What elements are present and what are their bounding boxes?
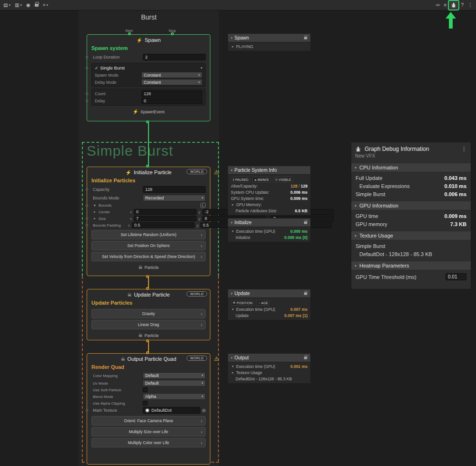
add-button[interactable]: + ▾ — [41, 1, 50, 10]
flow-port-output[interactable] — [146, 339, 149, 342]
delay-input[interactable] — [141, 98, 202, 104]
count-input[interactable] — [141, 90, 202, 97]
property-port[interactable] — [86, 224, 88, 227]
more-options-button[interactable]: ⋮ — [466, 1, 475, 10]
block-multiply-color-over-life[interactable]: Multiply Color over Life ‹ — [91, 438, 206, 447]
debug-mode-button[interactable] — [449, 1, 458, 10]
chevron-down-icon[interactable]: ▾ — [200, 66, 202, 70]
lock-icon[interactable] — [304, 292, 307, 295]
property-port[interactable] — [86, 56, 88, 59]
loop-duration-input[interactable] — [143, 54, 206, 60]
chevron-left-icon[interactable]: ‹ — [201, 322, 202, 327]
single-burst-block[interactable]: ✓ Single Burst ▾ Spawn Mode Constant ▾ D… — [91, 63, 206, 87]
flow-port-input[interactable] — [146, 287, 149, 290]
property-port[interactable] — [86, 218, 88, 220]
property-port[interactable] — [86, 204, 88, 207]
context-node-update[interactable]: ☠ Update Particle WORLD Update Particles… — [87, 289, 210, 340]
property-port[interactable] — [86, 409, 88, 412]
flow-port-output[interactable] — [146, 120, 149, 123]
foldout-open-icon[interactable]: ▾ — [355, 166, 357, 170]
chevron-left-icon[interactable]: ‹ — [201, 440, 202, 446]
foldout-open-icon[interactable]: ▾ — [231, 307, 235, 311]
color-mapping-dropdown[interactable]: Default ▾ — [143, 372, 206, 379]
spawn-panel-header[interactable]: ▾ Spawn — [228, 33, 311, 42]
delay-mode-dropdown[interactable]: Constant ▾ — [141, 79, 202, 85]
property-port[interactable] — [86, 99, 88, 102]
context-node-output[interactable]: ⚠ ☠ Output Particle Quad WORLD Render Qu… — [87, 353, 210, 465]
context-node-initialize[interactable]: ⚠ ⚡ Initialize Particle WORLD Initialize… — [87, 167, 210, 276]
foldout-open-icon[interactable]: ▾ — [231, 356, 233, 360]
block-set-lifetime-random[interactable]: Set Lifetime Random (Uniform) ‹ — [91, 230, 206, 239]
property-port[interactable] — [86, 67, 88, 69]
update-node-title[interactable]: ☠ Update Particle WORLD — [87, 289, 210, 300]
padding-x-input[interactable] — [132, 222, 195, 228]
size-x-input[interactable] — [134, 216, 197, 221]
foldout-open-icon[interactable]: ▾ — [231, 169, 233, 172]
foldout-open-icon[interactable]: ▾ — [231, 292, 233, 296]
context-node-spawn[interactable]: Start Stop ⚡ Spawn Spawn system Loop Dur… — [87, 34, 210, 121]
property-port[interactable] — [86, 92, 88, 95]
main-texture-field[interactable]: DefaultDot — [143, 407, 200, 414]
uv-mode-dropdown[interactable]: Default ▾ — [143, 380, 206, 387]
foldout-open-icon[interactable]: ▼ — [93, 204, 97, 207]
output-panel-header[interactable]: ▾ Output — [228, 353, 311, 362]
help-button[interactable]: ? — [459, 1, 466, 10]
foldout-closed-icon[interactable]: ▸ — [93, 217, 97, 220]
block-set-velocity[interactable]: Set Velocity from Direction & Speed (New… — [91, 252, 206, 261]
block-set-position-on-sphere[interactable]: Set Position On Sphere ‹ — [91, 241, 206, 250]
block-gravity[interactable]: Gravity ‹ — [91, 309, 206, 318]
code-view-button[interactable]: </> — [434, 1, 442, 10]
foldout-closed-icon[interactable]: ▸ — [231, 45, 235, 49]
flow-port-stop[interactable] — [171, 32, 174, 35]
property-port[interactable] — [86, 188, 88, 191]
flow-port-input[interactable] — [146, 351, 149, 354]
space-badge-world[interactable]: WORLD — [187, 356, 207, 361]
gpu-information-header[interactable]: ▾ GPU Information — [351, 201, 471, 210]
block-linear-drag[interactable]: Linear Drag ‹ — [91, 320, 206, 329]
space-badge-world[interactable]: WORLD — [187, 291, 207, 297]
heatmap-parameters-header[interactable]: ▾ Heatmap Parameters — [351, 261, 471, 270]
initialize-node-title[interactable]: ⚡ Initialize Particle WORLD — [87, 167, 210, 178]
use-soft-particle-checkbox[interactable] — [143, 387, 148, 392]
foldout-open-icon[interactable]: ▸ — [231, 371, 235, 375]
foldout-closed-icon[interactable]: ▸ — [93, 210, 97, 214]
kebab-menu-icon[interactable]: ⋮ — [461, 146, 467, 152]
capacity-input[interactable] — [143, 186, 206, 193]
center-x-input[interactable] — [134, 209, 197, 215]
chevron-left-icon[interactable]: ‹ — [201, 254, 202, 259]
lock-icon[interactable] — [304, 221, 307, 224]
use-alpha-clipping-checkbox[interactable] — [143, 401, 148, 406]
chevron-left-icon[interactable]: ‹ — [201, 311, 202, 317]
output-node-title[interactable]: ☠ Output Particle Quad WORLD — [87, 354, 210, 364]
flow-port-start[interactable] — [128, 32, 131, 35]
foldout-open-icon[interactable]: ▾ — [355, 234, 357, 238]
warning-icon[interactable]: ⚠ — [214, 356, 219, 362]
initialize-panel-header[interactable]: ▾ Initialize — [228, 218, 311, 227]
blend-mode-dropdown[interactable]: Alpha ▾ — [143, 393, 206, 400]
group-label-simple-burst[interactable]: Simple Burst — [87, 143, 173, 159]
space-local-icon[interactable]: L — [200, 203, 206, 208]
lock-icon[interactable] — [304, 37, 307, 39]
lock-toggle[interactable] — [33, 1, 40, 10]
foldout-open-icon[interactable]: ▾ — [355, 264, 357, 268]
chevron-left-icon[interactable]: ‹ — [201, 429, 202, 435]
spawn-mode-dropdown[interactable]: Constant ▾ — [141, 72, 202, 78]
lock-icon[interactable] — [304, 357, 307, 359]
control-panel-button[interactable]: ≡ — [442, 1, 449, 10]
bounds-mode-dropdown[interactable]: Recorded ▾ — [143, 195, 206, 201]
check-icon[interactable]: ✓ — [95, 66, 99, 70]
block-orient-face-camera[interactable]: Orient: Face Camera Plane ‹ — [91, 416, 206, 426]
particle-system-info-header[interactable]: ▾ Particle System Info — [228, 166, 311, 175]
foldout-open-icon[interactable]: ▾ — [231, 365, 235, 368]
save-button[interactable]: ▤ ▾ — [1, 1, 12, 10]
flow-port-input[interactable] — [146, 165, 149, 168]
gpu-time-threshold-input[interactable] — [446, 273, 466, 280]
block-multiply-size-over-life[interactable]: Multiply Size over Life ‹ — [91, 427, 206, 436]
chevron-left-icon[interactable]: ‹ — [201, 418, 202, 424]
foldout-open-icon[interactable]: ▾ — [231, 229, 235, 233]
object-picker-icon[interactable]: ◎ — [202, 408, 206, 413]
flow-port-output[interactable] — [146, 275, 149, 278]
warning-icon[interactable]: ⚠ — [214, 169, 219, 176]
template-button[interactable]: ▥ ▾ — [13, 1, 24, 10]
cpu-information-header[interactable]: ▾ CPU Information — [351, 163, 471, 172]
